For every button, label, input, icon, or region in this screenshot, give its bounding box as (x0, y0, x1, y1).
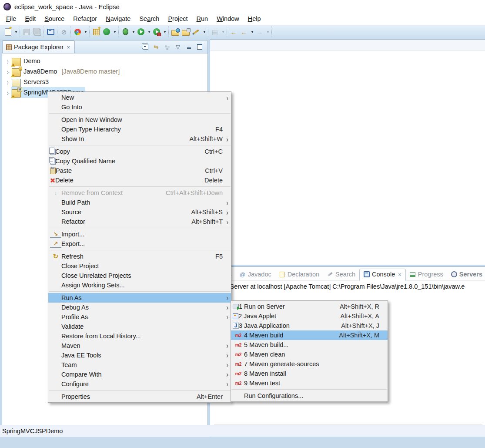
submenu-item-2-java-applet[interactable]: 2 Java AppletAlt+Shift+X, A (231, 311, 388, 321)
back-icon[interactable]: ← (239, 27, 249, 37)
tab-console[interactable]: Console× (359, 269, 406, 281)
close-tab-icon[interactable]: × (398, 272, 401, 277)
minimize-icon[interactable] (185, 44, 192, 51)
dropdown-caret-icon[interactable]: ▼ (221, 30, 225, 34)
menu-item-copy[interactable]: CopyCtrl+C (48, 147, 231, 156)
menubar-item-search[interactable]: Search (135, 13, 164, 25)
dropdown-caret-icon[interactable]: ▼ (147, 30, 151, 34)
format-pen-icon[interactable] (191, 27, 201, 37)
menu-item-close-project[interactable]: Close Project (48, 261, 231, 271)
menu-item-source[interactable]: SourceAlt+Shift+S› (48, 207, 231, 217)
expand-chevron-icon[interactable]: › (5, 67, 11, 76)
menubar-item-project[interactable]: Project (164, 13, 192, 25)
link-with-editor-icon[interactable]: ⇆ (153, 44, 160, 51)
menubar-item-run[interactable]: Run (192, 13, 213, 25)
tree-item-demo[interactable]: ›Demo (2, 56, 207, 66)
menu-item-java-ee-tools[interactable]: Java EE Tools› (48, 350, 231, 360)
menubar-item-edit[interactable]: Edit (20, 13, 40, 25)
submenu-item-5-maven-build[interactable]: m25 Maven build... (231, 340, 388, 350)
menu-item-build-path[interactable]: Build Path› (48, 198, 231, 207)
new-wizard-icon[interactable] (3, 27, 13, 37)
menu-item-profile-as[interactable]: Profile As› (48, 312, 231, 322)
menu-item-compare-with[interactable]: Compare With› (48, 370, 231, 379)
menu-item-copy-qualified-name[interactable]: Copy Qualified Name (48, 156, 231, 166)
menu-item-label: 5 Maven build... (244, 341, 288, 348)
menu-item-debug-as[interactable]: Debug As› (48, 303, 231, 312)
package-explorer-tab[interactable]: Package Explorer × (2, 40, 75, 53)
dropdown-caret-icon[interactable]: ▼ (250, 30, 254, 34)
submenu-item-run-configurations[interactable]: Run Configurations... (231, 391, 388, 401)
menu-item-open-in-new-window[interactable]: Open in New Window (48, 115, 231, 125)
submenu-item-9-maven-test[interactable]: m29 Maven test (231, 378, 388, 388)
maximize-icon[interactable] (196, 44, 203, 51)
submenu-item-4-maven-build[interactable]: m24 Maven buildAlt+Shift+X, M (231, 330, 388, 340)
menu-item-properties[interactable]: PropertiesAlt+Enter (48, 392, 231, 401)
tab-javadoc[interactable]: @Javadoc (236, 269, 275, 280)
menu-item-close-unrelated-projects[interactable]: Close Unrelated Projects (48, 271, 231, 280)
submenu-item-6-maven-clean[interactable]: m26 Maven clean (231, 350, 388, 359)
menubar-item-window[interactable]: Window (212, 13, 244, 25)
close-view-icon[interactable]: × (67, 44, 70, 50)
menu-item-label: Copy (55, 148, 70, 155)
collapse-all-icon[interactable] (142, 44, 149, 51)
menubar-item-file[interactable]: File (2, 13, 20, 25)
new-java-project-icon[interactable] (91, 27, 101, 37)
dropdown-caret-icon[interactable]: ▼ (113, 30, 117, 34)
dropdown-caret-icon[interactable]: ▼ (202, 30, 207, 34)
menu-item-go-into[interactable]: Go Into (48, 102, 231, 112)
tab-search[interactable]: Search (323, 269, 359, 280)
menu-item-import[interactable]: ↘Import... (48, 229, 231, 239)
menu-item-open-type-hierarchy[interactable]: Open Type HierarchyF4 (48, 125, 231, 134)
run-icon[interactable] (136, 27, 146, 37)
menu-item-paste[interactable]: PasteCtrl+V (48, 166, 231, 175)
tree-item-servers3[interactable]: ›Servers3 (2, 77, 207, 87)
view-menu-icon[interactable]: ▽ (174, 44, 181, 51)
tree-item-java8demo[interactable]: ›Java8Demo [Java8Demo master] (2, 66, 207, 77)
menubar-item-refactor[interactable]: Refactor (69, 13, 101, 25)
menu-item-run-as[interactable]: Run As› (48, 293, 231, 303)
menu-item-show-in[interactable]: Show InAlt+Shift+W› (48, 134, 231, 144)
menu-separator (49, 186, 231, 187)
menu-item-assign-working-sets[interactable]: Assign Working Sets... (48, 280, 231, 290)
menu-item-refactor[interactable]: RefactorAlt+Shift+T› (48, 217, 231, 226)
menu-item-new[interactable]: New› (48, 93, 231, 102)
external-tools-icon[interactable] (152, 27, 161, 37)
menu-item-refresh[interactable]: ↻RefreshF5 (48, 252, 231, 261)
menu-item-restore-from-local-history[interactable]: Restore from Local History... (48, 331, 231, 341)
back-annotation-icon[interactable]: ← (229, 27, 238, 37)
menu-item-export[interactable]: ↗Export... (48, 239, 231, 249)
menubar-item-source[interactable]: Source (40, 13, 69, 25)
menu-item-maven[interactable]: Maven› (48, 341, 231, 350)
expand-chevron-icon[interactable]: › (5, 77, 11, 87)
submenu-item-7-maven-generate-sources[interactable]: m27 Maven generate-sources (231, 359, 388, 369)
chrome-browser-icon[interactable] (73, 27, 82, 37)
submenu-item-3-java-application[interactable]: J3 Java ApplicationAlt+Shift+X, J (231, 321, 388, 330)
mark-occurrences-icon[interactable]: ⊘ (59, 27, 69, 37)
open-console-icon[interactable] (46, 27, 55, 37)
tab-servers[interactable]: Servers (447, 269, 485, 280)
dropdown-caret-icon[interactable]: ▼ (131, 30, 136, 34)
gwt-compile-icon[interactable] (102, 27, 111, 37)
dropdown-caret-icon[interactable]: ▼ (163, 30, 167, 34)
package-explorer-header: Package Explorer × ⇆▽ (2, 40, 207, 54)
menu-item-delete[interactable]: DeleteDelete (48, 175, 231, 185)
debug-icon[interactable] (120, 27, 130, 37)
tab-declaration[interactable]: Declaration (275, 269, 323, 280)
submenu-item-1-run-on-server[interactable]: 1 Run on ServerAlt+Shift+X, R (231, 302, 388, 311)
submenu-item-8-maven-install[interactable]: m28 Maven install (231, 369, 388, 378)
tab-progress[interactable]: Progress (406, 269, 447, 280)
open-javaee-folder-icon[interactable] (171, 27, 180, 37)
menu-item-label: 8 Maven install (244, 370, 286, 377)
dropdown-caret-icon[interactable]: ▼ (266, 30, 270, 34)
menu-item-validate[interactable]: Validate (48, 322, 231, 331)
dropdown-caret-icon[interactable]: ▼ (84, 30, 88, 34)
menu-item-configure[interactable]: Configure› (48, 379, 231, 389)
dropdown-caret-icon[interactable]: ▼ (14, 30, 18, 34)
menu-item-team[interactable]: Team› (48, 360, 231, 370)
expand-chevron-icon[interactable]: › (5, 88, 11, 97)
menubar-item-navigate[interactable]: Navigate (101, 13, 135, 25)
expand-chevron-icon[interactable]: › (5, 57, 11, 66)
open-resource-folder-icon[interactable] (181, 27, 191, 37)
menubar-item-help[interactable]: Help (244, 13, 265, 25)
menu-item-remove-from-context[interactable]: ↓Remove from ContextCtrl+Alt+Shift+Down (48, 188, 231, 198)
